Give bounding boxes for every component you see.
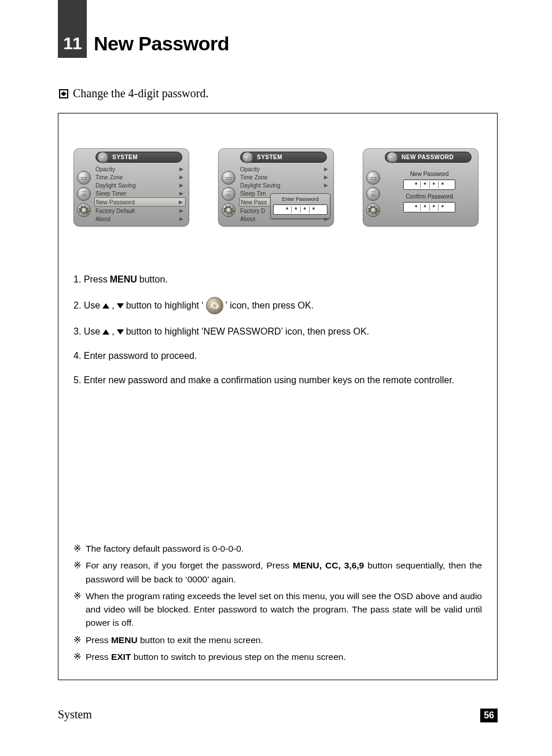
- note-1: ※ The factory default password is 0-0-0-…: [73, 542, 482, 555]
- mask-char: *: [421, 204, 429, 211]
- note-bold: MENU: [111, 635, 138, 645]
- chevron-right-icon: ▶: [179, 216, 183, 222]
- tv-icon: [387, 152, 398, 163]
- menu-icon: ☰: [77, 187, 91, 201]
- note-segment: Press: [86, 652, 111, 662]
- mask-char: *: [412, 181, 421, 188]
- menu-item-label: New Pass: [241, 199, 267, 205]
- content-frame: SYSTEM ▭ ☰ Opacity▶ Time Zone▶ Daylight …: [58, 113, 498, 680]
- menu-item[interactable]: Time Zone▶: [94, 173, 186, 181]
- notes-list: ※ The factory default password is 0-0-0-…: [73, 542, 482, 667]
- step-3: 3. Use , button to highlight ‘NEW PASSWO…: [73, 325, 482, 339]
- step-5: 5. Enter new password and make a confirm…: [73, 373, 482, 387]
- mask-char: *: [412, 204, 421, 211]
- mask-char: *: [421, 181, 429, 188]
- chevron-right-icon: ▶: [179, 182, 183, 188]
- chevron-right-icon: ▶: [179, 208, 183, 214]
- comma: ,: [112, 299, 114, 313]
- menu-item[interactable]: Factory Default▶: [94, 207, 186, 215]
- step-text: button to highlight: [126, 325, 199, 339]
- menu-item-label: Daylight Saving: [240, 182, 280, 189]
- display-icon: ▭: [77, 171, 91, 185]
- steps-list: 1. Press MENU button. 2. Use , button to…: [73, 273, 482, 387]
- mask-char: *: [301, 206, 310, 213]
- up-arrow-icon: [102, 303, 109, 309]
- mask-char: *: [310, 206, 318, 213]
- apostrophe: ‘: [201, 299, 204, 313]
- note-text: The factory default password is 0-0-0-0.: [86, 542, 482, 555]
- osd-title-pill: NEW PASSWORD: [385, 152, 472, 163]
- down-arrow-icon: [117, 303, 124, 309]
- note-bold: EXIT: [111, 652, 131, 662]
- note-text: When the program rating exceeds the leve…: [86, 589, 482, 630]
- step-text: button.: [139, 273, 168, 287]
- chevron-right-icon: ▶: [179, 174, 183, 180]
- down-arrow-icon: [117, 329, 124, 335]
- menu-item[interactable]: Daylight Saving▶: [94, 181, 186, 189]
- osd-panel-system-2: SYSTEM ▭ ☰ Opacity▶ Time Zone▶ Daylight …: [218, 148, 334, 226]
- gear-icon: [222, 203, 235, 217]
- gear-icon: [366, 203, 380, 217]
- step-text: 2. Use: [73, 299, 100, 313]
- note-segment: For any reason, if you forget the passwo…: [86, 560, 293, 570]
- page-title: New Password: [94, 32, 229, 55]
- chevron-right-icon: ▶: [324, 166, 328, 172]
- new-password-input[interactable]: * * * *: [403, 179, 455, 190]
- osd-panel-system-1: SYSTEM ▭ ☰ Opacity▶ Time Zone▶ Daylight …: [73, 148, 189, 226]
- menu-item-label: Daylight Saving: [95, 182, 135, 189]
- note-4: ※ Press MENU button to exit the menu scr…: [73, 633, 482, 647]
- menu-item-label: Opacity: [95, 166, 115, 173]
- menu-item-label: Opacity: [240, 166, 260, 173]
- mask-char: *: [439, 204, 447, 211]
- password-input[interactable]: * * * *: [273, 204, 327, 215]
- menu-item[interactable]: Opacity▶: [239, 165, 330, 173]
- osd-sidebar-icons: ▭ ☰: [77, 165, 91, 223]
- step-2: 2. Use , button to highlight ‘ ’ icon, t…: [73, 297, 482, 314]
- menu-item[interactable]: Sleep Timer▶: [94, 189, 186, 197]
- menu-item-label: Factory Default: [95, 208, 135, 214]
- display-icon: ▭: [366, 171, 380, 185]
- menu-item-label: About: [95, 216, 111, 222]
- confirm-password-label: Confirm Password: [387, 193, 472, 200]
- reference-mark-icon: ※: [73, 650, 81, 663]
- note-segment: Press: [86, 635, 111, 645]
- menu-item-label: Sleep Timer: [95, 190, 126, 197]
- note-text: Press EXIT button to switch to previous …: [86, 650, 482, 663]
- reference-mark-icon: ※: [73, 633, 81, 647]
- intro-text: Change the 4-digit password.: [73, 87, 208, 100]
- step-text: 1. Press: [73, 273, 108, 287]
- menu-item-label: Sleep Tim: [240, 190, 266, 197]
- mask-char: *: [283, 206, 292, 213]
- confirm-password-input[interactable]: * * * *: [403, 202, 455, 212]
- osd-title-text: SYSTEM: [112, 154, 138, 160]
- note-5: ※ Press EXIT button to switch to previou…: [73, 650, 482, 663]
- menu-item-selected[interactable]: New Password▶: [94, 197, 186, 207]
- step-bold: MENU: [110, 273, 137, 287]
- menu-item-label: Time Zone: [95, 174, 123, 181]
- page-number: 56: [480, 709, 498, 722]
- tv-icon: [242, 152, 253, 163]
- chapter-badge: 11: [58, 29, 87, 58]
- menu-item[interactable]: Daylight Saving▶: [239, 181, 330, 189]
- step-text: icon, then press OK.: [230, 299, 314, 313]
- menu-item[interactable]: Opacity▶: [94, 165, 186, 173]
- osd-panels-row: SYSTEM ▭ ☰ Opacity▶ Time Zone▶ Daylight …: [73, 148, 482, 226]
- note-segment: button to switch to previous step on the…: [131, 652, 345, 662]
- reference-mark-icon: ※: [73, 559, 81, 586]
- new-password-label: New Password: [387, 171, 472, 177]
- page-header: 11 New Password: [58, 29, 229, 58]
- menu-item[interactable]: About▶: [94, 215, 186, 223]
- gear-orb-icon: [206, 297, 223, 314]
- display-icon: ▭: [222, 171, 235, 185]
- note-bold: MENU, CC, 3,6,9: [293, 560, 364, 570]
- menu-item-label: Time Zone: [240, 174, 267, 181]
- mask-char: *: [439, 181, 447, 188]
- mask-char: *: [430, 181, 439, 188]
- menu-item[interactable]: Time Zone▶: [239, 173, 330, 181]
- gear-icon: [77, 203, 91, 217]
- menu-icon: ☰: [366, 187, 380, 201]
- bullet-arrows-icon: [59, 89, 68, 98]
- menu-item-label: Factory D: [240, 208, 265, 214]
- step-text: 4. Enter password to proceed.: [73, 349, 197, 363]
- apostrophe: ’: [226, 299, 228, 313]
